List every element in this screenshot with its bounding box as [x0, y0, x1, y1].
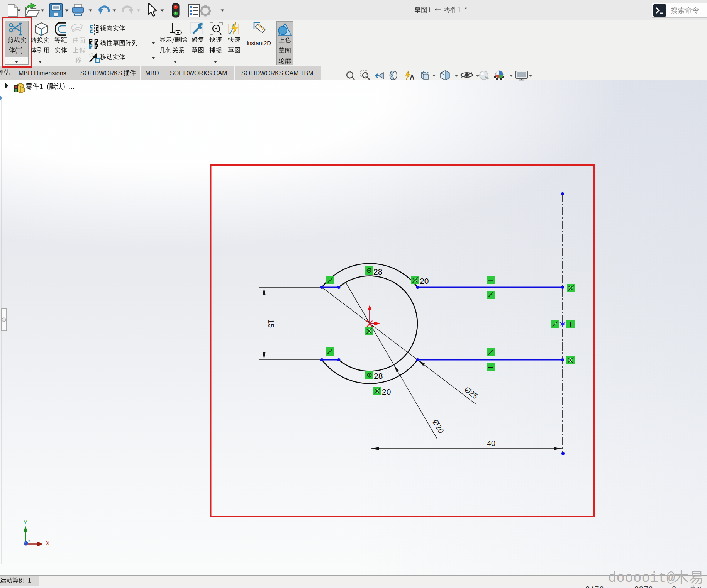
svg-text:X: X — [46, 540, 50, 546]
svg-text:Y: Y — [24, 519, 27, 525]
svg-text:Ø25: Ø25 — [463, 385, 480, 400]
svg-text:28: 28 — [374, 371, 383, 380]
svg-text:20: 20 — [382, 387, 391, 396]
svg-text:40: 40 — [487, 439, 495, 447]
svg-text:15: 15 — [267, 319, 275, 328]
svg-text:20: 20 — [420, 276, 429, 285]
svg-text:28: 28 — [373, 267, 382, 276]
